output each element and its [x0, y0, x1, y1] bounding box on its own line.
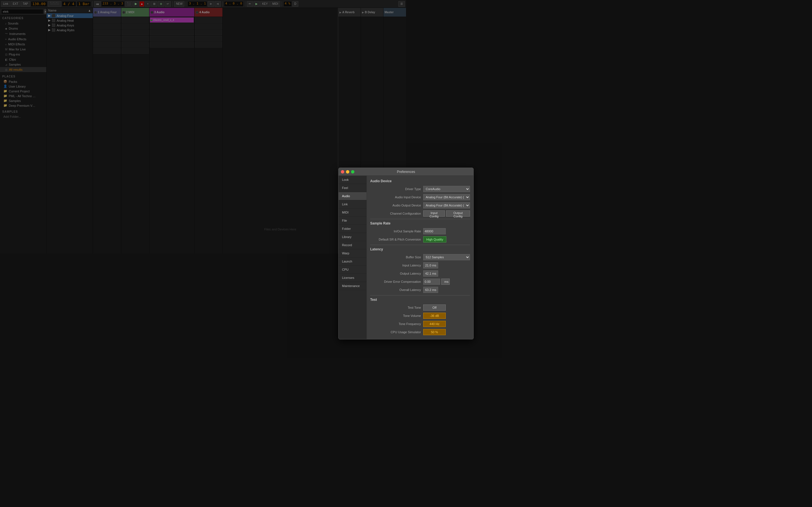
channel-config-label: Channel Configuration	[370, 212, 406, 215]
dialog-title: Preferences	[397, 170, 406, 174]
nav-look[interactable]: Look	[339, 176, 366, 184]
default-sr-label: Default SR & Pitch Conversion	[370, 238, 406, 241]
dialog-body: Look Feel Audio Link MIDI File Folder Li…	[339, 176, 406, 253]
in-out-sr-row: In/Out Sample Rate 48000	[370, 228, 406, 234]
nav-record[interactable]: Record	[339, 241, 366, 249]
dialog-titlebar: Preferences	[339, 168, 406, 176]
nav-link[interactable]: Link	[339, 200, 366, 209]
channel-config-row: Channel Configuration Input Config Outpu…	[370, 210, 406, 217]
maximize-traffic-light[interactable]	[351, 170, 354, 173]
audio-output-row: Audio Output Device Analog Four (Bit Acc…	[370, 202, 406, 209]
divider1	[370, 219, 406, 219]
driver-type-label: Driver Type	[370, 187, 406, 191]
audio-input-label: Audio Input Device	[370, 195, 406, 199]
traffic-lights	[341, 170, 354, 173]
dialog-nav: Look Feel Audio Link MIDI File Folder Li…	[339, 176, 367, 253]
nav-warp[interactable]: Warp	[339, 249, 366, 253]
nav-midi[interactable]: MIDI	[339, 209, 366, 217]
nav-file[interactable]: File	[339, 217, 366, 225]
default-sr-row: Default SR & Pitch Conversion High Quali…	[370, 236, 406, 242]
audio-device-section-title: Audio Device	[370, 179, 406, 183]
audio-input-row: Audio Input Device Analog Four (Bit Accu…	[370, 194, 406, 200]
preferences-overlay: Preferences Look Feel Audio Link MIDI Fi…	[0, 0, 406, 253]
close-traffic-light[interactable]	[341, 170, 344, 173]
audio-output-label: Audio Output Device	[370, 204, 406, 207]
latency-section-title: Latency	[370, 247, 406, 251]
dialog-content: Audio Device Driver Type CoreAudio Audio…	[367, 176, 406, 253]
divider2	[370, 245, 406, 245]
driver-type-row: Driver Type CoreAudio	[370, 186, 406, 192]
nav-audio[interactable]: Audio	[339, 192, 366, 200]
preferences-dialog: Preferences Look Feel Audio Link MIDI Fi…	[338, 168, 406, 253]
in-out-sr-label: In/Out Sample Rate	[370, 230, 406, 233]
nav-feel[interactable]: Feel	[339, 184, 366, 192]
sample-rate-section: Sample Rate	[370, 221, 406, 225]
minimize-traffic-light[interactable]	[346, 170, 349, 173]
nav-folder[interactable]: Folder	[339, 225, 366, 233]
nav-library[interactable]: Library	[339, 233, 366, 241]
